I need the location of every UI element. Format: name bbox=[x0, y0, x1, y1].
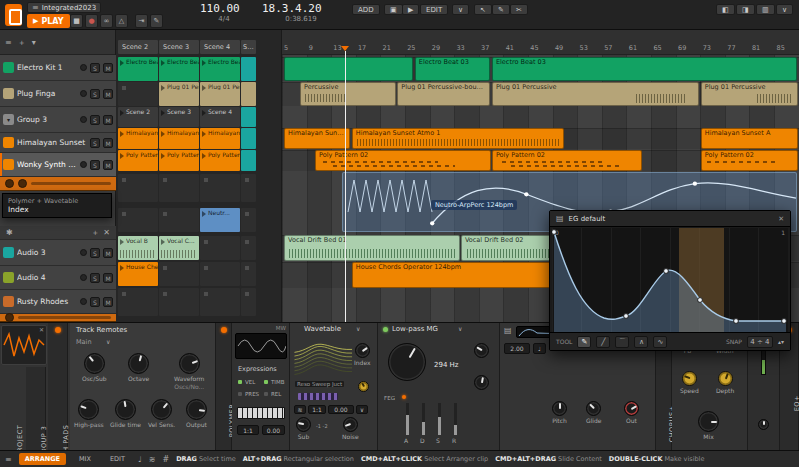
edit-view-button[interactable]: EDIT bbox=[104, 453, 131, 465]
arranger-clip[interactable]: Poly Pattern 02 bbox=[701, 150, 798, 171]
filter-type-select[interactable]: Low-pass MG bbox=[392, 325, 438, 333]
pitch-knob[interactable]: Pitch bbox=[552, 401, 567, 424]
ratio-value[interactable]: 1:1 bbox=[237, 425, 259, 435]
clip-slot[interactable] bbox=[159, 174, 199, 202]
env-amount-knob[interactable] bbox=[474, 375, 489, 390]
detail-panel-icon[interactable]: ◨ bbox=[736, 4, 755, 15]
high-pass-knob[interactable]: High-pass bbox=[74, 399, 104, 428]
metronome-button[interactable]: △ bbox=[115, 14, 128, 28]
chevron-down-icon[interactable]: ∨ bbox=[106, 338, 110, 345]
waveform-mode-icon[interactable]: ≋ bbox=[294, 405, 306, 414]
clip-slot[interactable] bbox=[241, 262, 256, 286]
arranger-clip[interactable]: Himalayan Sunset Atmo 1 bbox=[352, 128, 564, 149]
mute-button[interactable]: M bbox=[103, 297, 113, 307]
clip-slot[interactable] bbox=[118, 288, 158, 316]
arranger-clip[interactable]: Plug 01 Percussive bbox=[701, 82, 798, 106]
polymer-device-strip[interactable]: POLYMER bbox=[216, 323, 232, 451]
segment-length-value[interactable]: 2.00 bbox=[504, 343, 530, 354]
scene-header[interactable]: Scene 2 bbox=[118, 40, 158, 54]
track-row-rusty-rhodes[interactable]: Rusty Rhodes S M bbox=[0, 290, 116, 314]
output-knob[interactable]: Output bbox=[186, 399, 207, 428]
eg-window-titlebar[interactable]: ▤ EG default ✕ bbox=[550, 211, 790, 227]
mute-button[interactable]: M bbox=[103, 160, 113, 170]
pan-knob[interactable] bbox=[5, 179, 14, 188]
solo-button[interactable]: S bbox=[90, 248, 100, 258]
waveform-knob[interactable]: WaveformOscs/No... bbox=[174, 353, 204, 390]
save-icon[interactable]: ▣ bbox=[384, 4, 403, 15]
arranger-clip[interactable]: Poly Pattern 02 bbox=[315, 150, 491, 171]
cutoff-value[interactable]: 294 Hz bbox=[434, 361, 459, 369]
arranger-clip[interactable]: Poly Pattern 02 bbox=[492, 150, 642, 171]
group-scene-cell[interactable]: Scene 2 bbox=[118, 107, 158, 127]
arranger-clip[interactable]: Percussive bbox=[300, 82, 396, 106]
clip-slot[interactable] bbox=[241, 288, 256, 316]
sub-knob[interactable]: Sub bbox=[296, 417, 311, 440]
pointer-tool-icon[interactable]: ↖ bbox=[474, 4, 492, 15]
track-fader-strip[interactable] bbox=[0, 314, 116, 322]
clip-slot[interactable] bbox=[200, 236, 240, 260]
group-folder-icon[interactable]: ▾ bbox=[3, 114, 14, 125]
launcher-clip[interactable]: House Che... bbox=[118, 262, 158, 286]
track-row-audio-3[interactable]: Audio 3 S M bbox=[0, 240, 116, 266]
clip-slot[interactable] bbox=[159, 262, 199, 286]
automation-write-button[interactable]: ✎ bbox=[150, 14, 163, 28]
quantize-icon[interactable]: ♩ bbox=[138, 455, 142, 464]
playhead[interactable] bbox=[345, 51, 346, 322]
grid-settings-icon[interactable]: # bbox=[162, 455, 169, 464]
group-scene-cell[interactable]: Scene 4 bbox=[200, 107, 240, 127]
chevron-down-icon[interactable]: ∨ bbox=[356, 405, 368, 414]
track-row-plug-finga[interactable]: Plug Finga S M bbox=[0, 81, 116, 107]
step-tool-icon[interactable]: ∧ bbox=[634, 336, 648, 348]
clip-slot[interactable] bbox=[118, 208, 158, 232]
clip-slot[interactable] bbox=[200, 288, 240, 316]
launcher-clip[interactable]: Himalayan... bbox=[159, 128, 199, 149]
solo-button[interactable]: S bbox=[90, 63, 100, 73]
group-scene-cell[interactable]: Scene 3 bbox=[159, 107, 199, 127]
rel-toggle[interactable]: REL bbox=[264, 391, 281, 397]
clip-slot[interactable] bbox=[241, 174, 256, 202]
mute-button[interactable]: M bbox=[103, 89, 113, 99]
volume-knob[interactable] bbox=[5, 313, 14, 322]
unison-knob[interactable] bbox=[358, 381, 369, 392]
solo-button[interactable]: S bbox=[90, 273, 100, 283]
tempo-display[interactable]: 110.00 4/4 bbox=[200, 3, 248, 23]
record-arm-button[interactable] bbox=[80, 90, 87, 97]
layout-menu-icon[interactable]: ∨ bbox=[776, 4, 793, 15]
mute-button[interactable]: M bbox=[103, 115, 113, 125]
chevron-down-icon[interactable]: ∨ bbox=[356, 325, 360, 332]
track-row-wonky-synth-pads[interactable]: Wonky Synth Pads S M bbox=[0, 153, 116, 177]
wavetable-preset-name[interactable]: Reso Sweep Juct bbox=[295, 381, 344, 387]
glide-knob[interactable]: Glide bbox=[586, 401, 601, 424]
solo-button[interactable]: S bbox=[90, 160, 100, 170]
scene-header[interactable]: Scene 3 bbox=[159, 40, 199, 54]
close-icon[interactable]: ✕ bbox=[778, 215, 784, 223]
index-knob[interactable]: Index bbox=[354, 343, 371, 366]
browser-panel-icon[interactable]: ◧ bbox=[716, 4, 735, 15]
snap-icon[interactable]: ≋ bbox=[149, 455, 156, 464]
arranger-clip[interactable]: Plug 01 Percussive bbox=[492, 82, 699, 106]
gain-knob[interactable] bbox=[758, 419, 769, 430]
osc-sub-knob[interactable]: Osc/Sub bbox=[82, 353, 107, 382]
clip-slot[interactable] bbox=[159, 208, 199, 232]
envelope-graph[interactable]: 0 1 bbox=[552, 228, 788, 332]
add-button[interactable]: ADD bbox=[352, 4, 380, 15]
record-arm-button[interactable] bbox=[80, 274, 87, 281]
clip-slot[interactable] bbox=[241, 236, 256, 260]
close-icon[interactable]: ✕ bbox=[103, 228, 110, 237]
chevron-down-icon[interactable]: ▾ bbox=[32, 38, 36, 47]
launcher-clip[interactable]: Himalayan... bbox=[118, 128, 158, 149]
knife-tool-icon[interactable]: ✂ bbox=[510, 4, 528, 15]
clip-slot[interactable] bbox=[118, 82, 158, 106]
browser-thumbnail[interactable]: ✕ bbox=[1, 325, 47, 365]
power-led[interactable] bbox=[221, 327, 227, 333]
launcher-clip[interactable] bbox=[241, 82, 256, 106]
pres-toggle[interactable]: PRES bbox=[238, 391, 259, 397]
launcher-clip[interactable]: Vocal C... bbox=[159, 236, 199, 260]
launcher-clip[interactable]: Poly Patter... bbox=[200, 150, 240, 171]
chevron-down-icon[interactable]: ∨ bbox=[458, 325, 462, 332]
launcher-clip[interactable]: Poly Patter... bbox=[118, 150, 158, 171]
osc-ratio-value[interactable]: 1:1 bbox=[308, 405, 326, 414]
volume-knob[interactable] bbox=[18, 179, 27, 188]
osc-phase-value[interactable]: 0.00 bbox=[328, 405, 354, 414]
cutoff-knob[interactable] bbox=[388, 343, 426, 381]
